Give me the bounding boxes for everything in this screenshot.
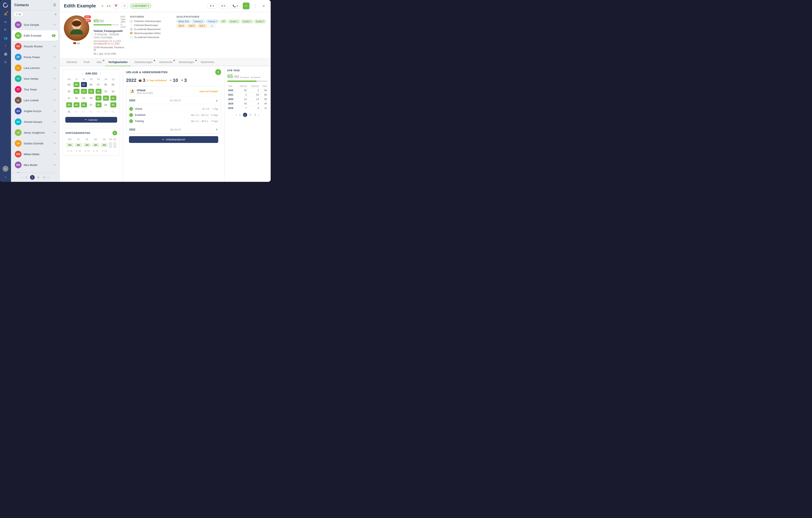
cal-day[interactable]: 25. bbox=[74, 102, 80, 107]
qual-tag[interactable]: Training X bbox=[192, 20, 205, 23]
contact-item[interactable]: EE Edith Example 5 bbox=[12, 30, 58, 41]
next-page-button[interactable]: › bbox=[48, 176, 49, 179]
nav-location[interactable]: 📍 bbox=[3, 44, 8, 48]
qual-tag[interactable]: Quality 2 bbox=[241, 20, 253, 23]
kfb-next-page[interactable]: › bbox=[258, 113, 259, 116]
qual-tag[interactable]: Quality 1 bbox=[228, 20, 240, 23]
cal-day[interactable]: 20. bbox=[88, 95, 94, 100]
nav-help[interactable]: ? bbox=[3, 175, 8, 180]
cal-day[interactable]: 14. bbox=[95, 89, 102, 94]
contact-item[interactable]: MM Mira Model bbox=[12, 160, 58, 170]
cal-day[interactable]: 21. bbox=[95, 95, 102, 100]
cal-day[interactable]: 03. bbox=[66, 82, 72, 87]
cal-day[interactable]: 30. bbox=[110, 102, 116, 107]
cal-day[interactable]: 01. bbox=[74, 109, 80, 114]
qual-tag[interactable]: Skill C bbox=[198, 24, 207, 28]
tab-bewertungen[interactable]: Bewertungen bbox=[176, 59, 198, 66]
cal-day[interactable]: 05. bbox=[81, 82, 87, 87]
contact-item[interactable]: LL Lara Lemons bbox=[12, 63, 58, 73]
phone-button[interactable]: 📞 ▾ bbox=[230, 3, 240, 9]
sidebar-menu-icon[interactable]: ☰ bbox=[53, 3, 56, 7]
urlaubsanspruch-button[interactable]: ✏ Urlaubsanspruch bbox=[129, 136, 218, 143]
nav-settings[interactable]: ⚙ bbox=[3, 60, 8, 64]
contact-item[interactable]: PP Penny Power bbox=[12, 52, 58, 62]
cal-day[interactable]: 28. bbox=[95, 102, 102, 107]
qual-tag[interactable]: Skill A bbox=[176, 24, 186, 28]
cal-day[interactable]: 04. bbox=[95, 109, 102, 114]
tab-jobs[interactable]: Jobs bbox=[93, 59, 105, 66]
cal-day[interactable]: 11. bbox=[74, 89, 80, 94]
tab-dokumente[interactable]: Dokumente bbox=[156, 59, 175, 66]
nav-search[interactable]: 🔍 bbox=[3, 28, 8, 32]
email-icon-button[interactable]: ✉ bbox=[122, 3, 127, 9]
nav-notifications[interactable]: 🔔 bbox=[3, 12, 8, 16]
cal-day[interactable]: 03. bbox=[88, 109, 94, 114]
cal-day[interactable]: 24. bbox=[66, 102, 72, 107]
status-badge[interactable]: AKTIVIERT ▾ bbox=[130, 4, 151, 8]
verfugbarkeiten-add-button[interactable]: + bbox=[113, 131, 117, 135]
tab-zeiterfassungen[interactable]: Zeiterfassungen bbox=[131, 59, 156, 66]
cal-day[interactable]: 15. bbox=[103, 89, 109, 94]
download-button[interactable]: ⬇ ▾ bbox=[207, 3, 216, 9]
edit-button[interactable]: ✏ bbox=[243, 3, 250, 9]
calendar-icon-button[interactable]: 📅 bbox=[113, 3, 119, 9]
cal-day[interactable]: 23. bbox=[110, 95, 116, 100]
cal-next-button[interactable]: › bbox=[100, 72, 101, 75]
kfb-page-2[interactable]: 2 bbox=[243, 113, 247, 117]
cal-day[interactable]: 06. bbox=[88, 82, 94, 87]
kfb-page-4[interactable]: 4 bbox=[253, 113, 257, 117]
cal-day[interactable]: 17. bbox=[66, 95, 72, 100]
qual-tag[interactable]: Allstar Skill bbox=[176, 20, 191, 23]
nav-contacts[interactable]: 👥 bbox=[3, 36, 8, 40]
cal-day[interactable]: 08. bbox=[103, 82, 109, 87]
cal-day[interactable]: 18. bbox=[74, 95, 80, 100]
contact-item[interactable]: TT Tina Tower bbox=[12, 84, 58, 95]
cal-day[interactable]: 09. bbox=[110, 82, 116, 87]
cal-day[interactable]: 29. bbox=[103, 102, 109, 107]
qual-tag[interactable]: VIP bbox=[220, 20, 227, 23]
vacation-toggle-up[interactable]: ▲ bbox=[215, 99, 218, 102]
tab-verfuegbarkeiten[interactable]: Verfügbarkeiten bbox=[105, 59, 131, 66]
cal-day[interactable]: 06. bbox=[110, 109, 116, 114]
cal-day[interactable]: 27. bbox=[88, 102, 94, 107]
more-options-button[interactable]: ⋮ bbox=[252, 3, 258, 9]
contact-item[interactable]: VV Vera Veritas bbox=[12, 74, 58, 84]
prev-page-button[interactable]: ‹ bbox=[22, 176, 23, 179]
app-logo[interactable] bbox=[3, 2, 8, 8]
page-3-button[interactable]: 3 bbox=[36, 175, 40, 180]
qual-tag[interactable]: Training Y bbox=[206, 20, 219, 23]
contact-item[interactable]: LL Lars Lindrek bbox=[12, 95, 58, 106]
kfb-page-1[interactable]: 1 bbox=[238, 113, 242, 117]
page-2-button[interactable]: 2 bbox=[30, 175, 35, 180]
close-button[interactable]: ✕ bbox=[261, 3, 266, 9]
vacation-toggle-down[interactable]: ▼ bbox=[215, 128, 218, 131]
tab-ueberblick[interactable]: Überblick bbox=[63, 59, 80, 66]
contact-item[interactable]: AA Ahmed Atusani bbox=[12, 116, 58, 127]
qual-tag[interactable]: +21 bbox=[208, 24, 215, 28]
page-4-button[interactable]: 4 bbox=[42, 175, 47, 180]
calendar-button[interactable]: ✏ Calendar bbox=[65, 117, 117, 123]
cal-prev-button[interactable]: ‹ bbox=[82, 72, 83, 75]
contact-item[interactable]: JJ Jenny Jungbrunn bbox=[12, 127, 58, 138]
cal-day[interactable]: 13. bbox=[88, 89, 94, 94]
profile-prev-button[interactable]: ‹ bbox=[60, 33, 63, 38]
cal-day[interactable]: 31. bbox=[66, 109, 72, 114]
cal-day[interactable]: 12. bbox=[81, 89, 87, 94]
contact-item[interactable]: SS Sandra Schmidt bbox=[12, 138, 58, 149]
nav-clock[interactable]: 🕐 bbox=[3, 52, 8, 56]
qual-tag[interactable]: Quality 3 bbox=[254, 20, 266, 23]
cal-day[interactable]: 10. bbox=[66, 89, 72, 94]
cal-day[interactable]: 26. bbox=[81, 102, 87, 107]
cal-day[interactable]: 04. bbox=[74, 82, 80, 87]
cal-day[interactable]: 02. bbox=[81, 109, 87, 114]
contact-item[interactable]: RR Ricardo Rocket bbox=[12, 41, 58, 52]
nav-messages[interactable]: ✉ bbox=[3, 20, 8, 24]
cal-day[interactable]: 22. bbox=[103, 95, 109, 100]
cal-day[interactable]: 16. bbox=[110, 89, 116, 94]
contact-item[interactable]: MM Mikkel Müller bbox=[12, 149, 58, 160]
cal-day[interactable]: 07. bbox=[95, 82, 102, 87]
filter-close-button[interactable]: ✕ bbox=[54, 13, 57, 16]
profile-next-button[interactable]: › bbox=[90, 33, 95, 38]
page-1-button[interactable]: 1 bbox=[24, 175, 29, 180]
contact-item[interactable]: NN Nora Nevada bbox=[12, 170, 58, 173]
